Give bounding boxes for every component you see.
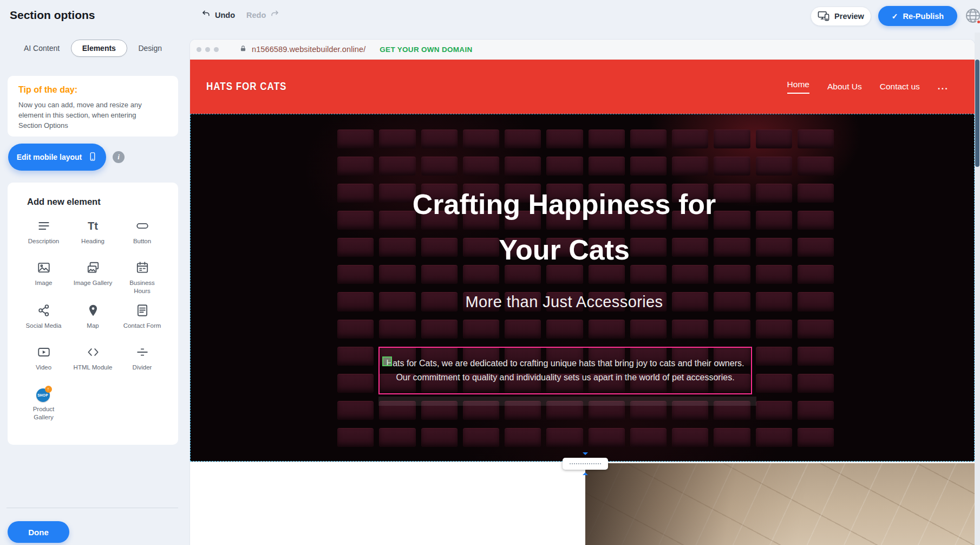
element-item-product-gallery[interactable]: SHOP ↑ Product Gallery [19, 386, 68, 421]
element-item-image[interactable]: Image [19, 259, 68, 295]
site-url: n1566589.websitebuilder.online/ [252, 45, 365, 54]
heading-icon: Tt [88, 218, 98, 234]
redo-button[interactable]: Redo [246, 9, 279, 21]
image-gallery-icon [86, 259, 100, 276]
undo-icon [201, 9, 211, 21]
social-media-icon [37, 302, 51, 319]
element-item-contact-form[interactable]: Contact Form [118, 302, 166, 337]
element-item-video[interactable]: Video [19, 344, 68, 379]
selected-text-element[interactable]: Hats for Cats, we are dedicated to craft… [378, 347, 752, 394]
button-icon [135, 218, 149, 234]
element-item-button[interactable]: Button [118, 218, 166, 252]
nav-item-about-us[interactable]: About Us [827, 82, 862, 92]
preview-label: Preview [834, 12, 864, 21]
nav-item-contact-us[interactable]: Contact us [880, 82, 920, 92]
nav-more-icon[interactable]: ... [938, 81, 949, 92]
lock-icon [239, 44, 247, 55]
section-resize-handle[interactable] [563, 458, 608, 470]
notification-dot [976, 20, 980, 24]
pavement-photo [585, 463, 975, 545]
devices-icon [818, 10, 829, 23]
tip-of-the-day-card: Tip of the day: Now you can add, move an… [8, 76, 178, 137]
element-item-map[interactable]: Map [69, 302, 117, 337]
site-logo[interactable]: HATS FOR CATS [206, 81, 286, 93]
info-icon[interactable]: i [113, 151, 125, 163]
contact-form-icon [135, 302, 149, 319]
upgrade-badge-icon: ↑ [45, 386, 52, 393]
tab-elements[interactable]: Elements [71, 40, 127, 57]
redo-label: Redo [246, 11, 266, 20]
element-item-business-hours[interactable]: Business Hours [118, 259, 166, 295]
page-title: Section options [10, 9, 95, 22]
add-element-title: Add new element [27, 197, 166, 207]
tab-design[interactable]: Design [136, 40, 164, 56]
window-control-dots [197, 47, 219, 52]
site-preview-frame: n1566589.websitebuilder.online/ GET YOUR… [190, 40, 975, 545]
undo-label: Undo [215, 11, 235, 20]
language-globe-button[interactable] [964, 7, 980, 25]
hero-heading[interactable]: Crafting Happiness for Your Cats [191, 181, 938, 272]
divider-icon [135, 344, 149, 360]
element-drag-handle[interactable] [382, 356, 392, 366]
element-item-html-module[interactable]: HTML Module [69, 344, 117, 379]
element-item-image-gallery[interactable]: Image Gallery [69, 259, 117, 295]
map-icon [86, 302, 100, 319]
sidebar-tabs: AI Content Elements Design [8, 39, 178, 57]
hero-paragraph: Hats for Cats, we are dedicated to craft… [386, 356, 744, 384]
html-module-icon [86, 344, 100, 360]
phone-icon [88, 151, 97, 164]
tab-ai-content[interactable]: AI Content [22, 40, 62, 56]
business-hours-icon [135, 259, 149, 276]
element-grid: Description Tt Heading Button [19, 218, 166, 421]
element-item-divider[interactable]: Divider [118, 344, 166, 379]
redo-icon [270, 9, 279, 21]
sidebar-divider [6, 508, 178, 508]
product-gallery-icon: SHOP ↑ [35, 386, 53, 402]
resize-dotted-line [570, 463, 601, 464]
video-icon [37, 344, 51, 360]
element-item-description[interactable]: Description [19, 218, 68, 252]
browser-chrome-bar: n1566589.websitebuilder.online/ GET YOUR… [190, 40, 975, 60]
republish-label: Re-Publish [903, 12, 944, 21]
edit-mobile-layout-button[interactable]: Edit mobile layout [8, 144, 106, 171]
element-item-social-media[interactable]: Social Media [19, 302, 68, 337]
site-nav: Home About Us Contact us ... [787, 60, 949, 114]
done-button[interactable]: Done [8, 521, 69, 543]
tip-body: Now you can add, move and resize any ele… [18, 100, 158, 131]
scrollbar-thumb[interactable] [975, 60, 979, 167]
drag-ghost-bar [378, 397, 756, 406]
republish-button[interactable]: ✓ Re-Publish [878, 6, 957, 26]
description-icon [37, 218, 51, 234]
section-options-sidebar: AI Content Elements Design Tip of the da… [0, 33, 187, 545]
nav-item-home[interactable]: Home [787, 80, 809, 94]
check-icon: ✓ [892, 12, 898, 21]
image-icon [37, 259, 51, 276]
add-new-element-panel: Add new element Description Tt Heading [8, 183, 178, 445]
undo-button[interactable]: Undo [201, 9, 235, 21]
scrollbar-track [975, 33, 980, 545]
preview-button[interactable]: Preview [811, 7, 871, 26]
hero-section-selected[interactable]: Crafting Happiness for Your Cats More th… [190, 114, 975, 462]
edit-mobile-label: Edit mobile layout [17, 153, 82, 161]
hero-subheading[interactable]: More than Just Accessories [191, 293, 938, 311]
tip-title: Tip of the day: [18, 85, 167, 95]
element-item-heading[interactable]: Tt Heading [69, 218, 117, 252]
website-builder-app: Section options Undo Redo Preview ✓ Re-P… [0, 0, 980, 545]
site-header: HATS FOR CATS Home About Us Contact us .… [190, 60, 975, 114]
get-your-own-domain-link[interactable]: GET YOUR OWN DOMAIN [380, 46, 472, 54]
